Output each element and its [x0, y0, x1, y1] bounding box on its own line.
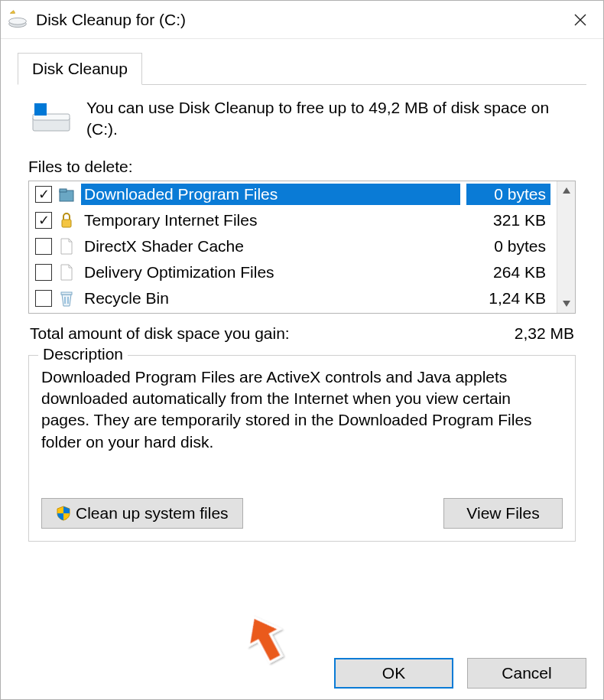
scroll-up-button[interactable]: [557, 181, 576, 200]
close-icon: [573, 12, 588, 28]
cancel-button[interactable]: Cancel: [467, 658, 586, 689]
list-item[interactable]: Delivery Optimization Files264 KB: [29, 259, 557, 285]
recycle-bin-icon: [58, 288, 75, 308]
list-item-size: 0 bytes: [466, 184, 550, 205]
checkbox[interactable]: [35, 290, 52, 307]
tab-row: Disk Cleanup: [18, 53, 586, 85]
total-value: 2,32 MB: [515, 324, 574, 343]
svg-rect-12: [60, 189, 67, 192]
ok-button[interactable]: OK: [334, 658, 453, 689]
list-item-label: Delivery Optimization Files: [81, 262, 460, 283]
footer-buttons: OK Cancel: [334, 658, 586, 689]
list-item[interactable]: Temporary Internet Files321 KB: [29, 207, 557, 233]
svg-rect-13: [62, 220, 71, 227]
annotation-arrow-icon: [238, 611, 291, 672]
disk-cleanup-window: Disk Cleanup for (C:) Disk Cleanup: [0, 0, 604, 700]
intro: You can use Disk Cleanup to free up to 4…: [25, 97, 579, 141]
list-item[interactable]: Downloaded Program Files0 bytes: [29, 181, 557, 207]
intro-text: You can use Disk Cleanup to free up to 4…: [86, 97, 574, 141]
total-label: Total amount of disk space you gain:: [30, 324, 290, 343]
list-item-size: 1,24 KB: [466, 288, 550, 309]
chevron-down-icon: [563, 301, 570, 307]
file-icon: [58, 262, 75, 282]
cleanup-system-files-button[interactable]: Clean up system files: [41, 498, 243, 529]
list-item-label: DirectX Shader Cache: [81, 236, 460, 257]
svg-rect-7: [34, 103, 41, 109]
list-item-size: 321 KB: [466, 210, 550, 231]
folder-icon: [58, 184, 75, 204]
list-item-size: 264 KB: [466, 262, 550, 283]
ok-label: OK: [382, 664, 405, 682]
list-item[interactable]: Recycle Bin1,24 KB: [29, 285, 557, 311]
cleanup-system-files-label: Clean up system files: [76, 504, 229, 523]
description-text: Downloaded Program Files are ActiveX con…: [41, 366, 563, 481]
file-list[interactable]: Downloaded Program Files0 bytesTemporary…: [29, 181, 557, 313]
svg-rect-8: [41, 103, 47, 109]
titlebar: Disk Cleanup for (C:): [1, 1, 603, 39]
list-item[interactable]: DirectX Shader Cache0 bytes: [29, 233, 557, 259]
list-item-label: Downloaded Program Files: [81, 184, 460, 205]
view-files-label: View Files: [466, 504, 539, 523]
chevron-up-icon: [563, 187, 570, 194]
checkbox[interactable]: [35, 186, 52, 203]
description-group: Description Downloaded Program Files are…: [28, 355, 576, 542]
checkbox[interactable]: [35, 264, 52, 281]
content: Disk Cleanup You can use Disk Cleanup to…: [1, 39, 603, 560]
files-to-delete-label: Files to delete:: [28, 158, 579, 176]
svg-rect-10: [41, 109, 47, 116]
group-buttons: Clean up system files View Files: [41, 498, 563, 529]
list-item-label: Temporary Internet Files: [81, 210, 460, 231]
svg-point-1: [9, 18, 27, 24]
list-item-size: 0 bytes: [466, 236, 550, 257]
scroll-down-button[interactable]: [557, 295, 576, 313]
checkbox[interactable]: [35, 238, 52, 255]
tab-disk-cleanup[interactable]: Disk Cleanup: [18, 53, 142, 85]
view-files-button[interactable]: View Files: [443, 498, 563, 529]
scrollbar[interactable]: [557, 181, 575, 313]
file-list-container: Downloaded Program Files0 bytesTemporary…: [28, 181, 576, 314]
list-item-label: Recycle Bin: [81, 288, 460, 309]
lock-icon: [58, 210, 75, 230]
window-title: Disk Cleanup for (C:): [36, 11, 563, 29]
close-button[interactable]: [563, 3, 597, 37]
svg-rect-9: [34, 109, 41, 116]
description-legend: Description: [38, 345, 128, 363]
file-icon: [58, 236, 75, 256]
svg-rect-14: [61, 292, 72, 295]
shield-icon: [56, 506, 71, 521]
disk-cleanup-icon: [7, 9, 28, 31]
drive-icon: [30, 100, 73, 137]
tabpanel: You can use Disk Cleanup to free up to 4…: [18, 85, 586, 549]
checkbox[interactable]: [35, 212, 52, 229]
cancel-label: Cancel: [502, 664, 551, 682]
